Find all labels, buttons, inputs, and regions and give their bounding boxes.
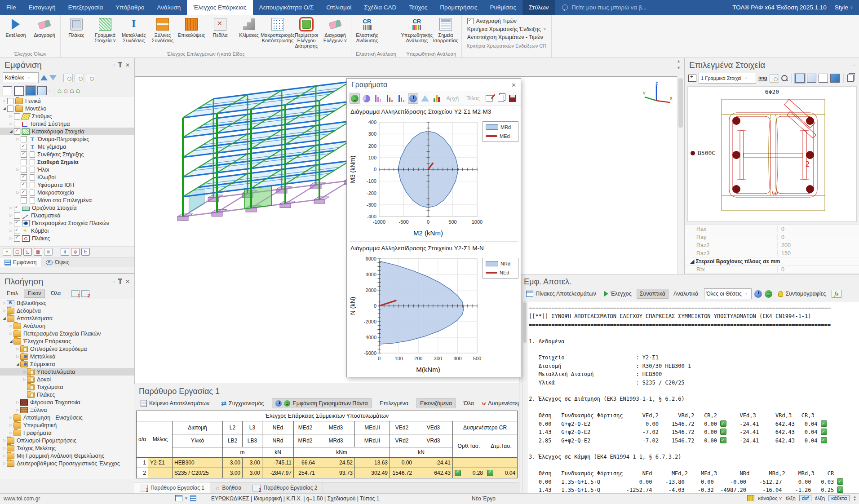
collapse-icon[interactable]: ◂ — [853, 63, 855, 67]
tree-item-μη-γραμμική-ανάλυση-θεμελίωσης[interactable]: ▷Μη Γραμμική Ανάλυση Θεμελίωσης — [0, 452, 134, 460]
angle-icon[interactable]: ψ — [71, 248, 80, 256]
expander-icon[interactable]: ▷ — [9, 213, 13, 217]
work-button-συγχρονισμός[interactable]: ⇄Συγχρονισμός — [217, 398, 267, 409]
ribbon-button-σημεία-ισορροπίας[interactable]: Σημεία Ισορροπίας — [432, 16, 460, 43]
scroll-down-icon[interactable]: ▼ — [853, 498, 856, 501]
select-rect-icon[interactable]: ▢ — [13, 248, 22, 256]
snap-toggle-dxf[interactable]: dxf — [799, 495, 811, 501]
website-link[interactable]: www.tol.com.gr — [4, 495, 40, 502]
menu-tab-11[interactable]: Ρυθμίσεις — [483, 0, 522, 15]
checkbox-icon[interactable] — [7, 106, 13, 112]
menu-tab-9[interactable]: Τεύχος — [403, 0, 434, 15]
scroll-up-icon[interactable]: ▲ — [853, 495, 856, 498]
copy-icon[interactable] — [847, 75, 854, 82]
tree-item-κόμβοι[interactable]: ▷Κόμβοι — [0, 227, 134, 234]
save-icon[interactable] — [508, 93, 518, 104]
checkbox-icon[interactable] — [14, 235, 20, 242]
ribbon-button-γραμμικά-στοιχεία[interactable]: Γραμμικά Στοιχεία ˅ — [91, 16, 119, 43]
tree-item-πλάκες[interactable]: Πλάκες — [0, 391, 134, 398]
tree-item-πλάκες[interactable]: ▷Πλάκες — [0, 234, 134, 242]
view-cube-2-icon[interactable] — [807, 74, 816, 83]
menu-tab-1[interactable]: Εισαγωγή — [22, 0, 62, 15]
ribbon-button-επικαλύψεις[interactable]: Επικαλύψεις — [177, 16, 205, 38]
checkbox-icon[interactable] — [21, 136, 27, 142]
list-icon[interactable] — [190, 495, 196, 501]
tree-item-υπερωθητική[interactable]: ▷Υπερωθητική — [0, 421, 134, 429]
expander-icon[interactable]: ▷ — [9, 416, 13, 420]
results-button-έλεγχος[interactable]: Έλεγχος — [601, 289, 635, 299]
globe-chart-icon[interactable] — [350, 93, 360, 104]
ribbon-button-διαγραφή[interactable]: Διαγραφή — [31, 16, 58, 38]
clock-chart-icon[interactable] — [408, 93, 418, 104]
ribbon-option-κριτήρια-χρωματικής-ένδειξης[interactable]: Κριτήρια Χρωματικής Ένδειξης˅ — [467, 26, 546, 32]
results-text-area[interactable]: ========================================… — [522, 301, 859, 500]
expander-icon[interactable]: ▷ — [2, 461, 7, 465]
expander-icon[interactable]: ▷ — [9, 229, 13, 233]
work-button-εικονιζόμενα[interactable]: Εικονιζόμενα — [416, 398, 456, 408]
tree-item-μόνο-στα-επιλεγμένα[interactable]: Μόνο στα Επιλεγμένα — [0, 196, 134, 204]
start-button[interactable]: Αρχή — [443, 93, 462, 104]
render-frame-icon[interactable]: ⌂ — [58, 87, 62, 94]
zoom-window-icon[interactable] — [63, 74, 73, 82]
tree-item-σύμμεικτα[interactable]: ◢Σύμμεικτα — [0, 360, 134, 368]
tree-item-κατακόρυφα-στοιχεία[interactable]: ◢Κατακόρυφα Στοιχεία — [0, 128, 134, 135]
expander-icon[interactable]: ▷ — [9, 221, 13, 225]
checkbox-icon[interactable] — [14, 205, 20, 211]
close-icon[interactable]: ✕ — [125, 279, 130, 285]
close-icon[interactable]: ✕ — [511, 82, 516, 88]
ribbon-button-κλίμακες[interactable]: Κλίμακες — [235, 16, 263, 38]
zoom-extents-icon[interactable] — [75, 74, 84, 82]
tree-item-γενικά[interactable]: ▷Γενικά — [0, 97, 134, 105]
checkbox-icon[interactable] — [21, 174, 27, 181]
tree-item-υποστυλώματα[interactable]: ▷Υποστυλώματα — [0, 368, 134, 376]
bar-chart-red-icon[interactable] — [385, 93, 395, 104]
ribbon-button-πεδίλα[interactable]: Πεδίλα — [206, 16, 234, 38]
tree-item-μακροστοιχεία[interactable]: ▷Μακροστοιχεία — [0, 189, 134, 196]
menu-tab-7[interactable]: Οπλισμοί — [320, 0, 358, 15]
ribbon-button-περίμετροι-ελέγχου-διάτρησης[interactable]: Περίμετροι Ελέγχου Διάτρησης — [292, 16, 320, 49]
tree-item-υφάσματα-ιοπ[interactable]: Υφάσματα ΙΟΠ — [0, 181, 134, 189]
property-row-raz2[interactable]: Raz2200 — [685, 241, 859, 249]
search-box[interactable]: Πείτε μου πως μπορώ να β... — [555, 0, 654, 15]
checkbox-icon[interactable] — [14, 228, 20, 234]
expander-icon[interactable]: ▷ — [2, 438, 7, 442]
ribbon-option-αναγραφή-τιμών[interactable]: Αναγραφή Τιμών — [467, 18, 546, 24]
expander-icon[interactable]: ▷ — [15, 137, 20, 141]
tab-views[interactable]: Όψεις — [41, 257, 74, 267]
tree-item-τεύχος-μελέτης[interactable]: ▷Τεύχος Μελέτης — [0, 444, 134, 452]
snap-toggle-κάναβος[interactable]: κάναβος ˅ — [758, 495, 782, 501]
ribbon-button-διαγραφή-ελέγχων[interactable]: Διαγραφή Ελέγχων ˅ — [321, 16, 349, 43]
elements-icon[interactable]: E — [81, 248, 90, 256]
ribbon-button-υπερωθητικής-ανάλυσης[interactable]: CRΥπερωθητικής Ανάλυσης — [403, 16, 431, 43]
expander-icon[interactable]: ▷ — [9, 206, 13, 210]
table-row[interactable]: 1Y2-Σ1HEB3003.003.00-745.1166.6424.5213.… — [137, 458, 518, 468]
view-hidden-icon[interactable] — [14, 86, 24, 96]
menu-tab-6[interactable]: Λειτουργικότητα Ο/Σ — [253, 0, 320, 15]
ribbon-button-εκτέλεση[interactable]: Εκτέλεση — [2, 16, 30, 38]
nav-filter-όλα[interactable]: Όλα — [47, 289, 65, 298]
tab-display[interactable]: Εμφάνιση — [0, 257, 41, 267]
results-button-αναλυτικά[interactable]: Αναλυτικά — [670, 289, 701, 299]
expander-icon[interactable]: ▷ — [15, 408, 20, 412]
scroll-arrows[interactable]: ▲▼ — [677, 59, 681, 70]
tree-item-κλωβοί[interactable]: Κλωβοί — [0, 173, 134, 181]
work-button-επιλεγμένα[interactable]: Επιλεγμένα — [376, 398, 412, 408]
tree-item-αποτελέσματα[interactable]: ◢Αποτελέσματα — [0, 314, 134, 322]
checkbox-icon[interactable] — [14, 113, 20, 119]
ribbon-button-ξύλινες-συνδέσεις[interactable]: Ξύλινες Συνδέσεις — [149, 16, 177, 43]
view-cube-1-icon[interactable] — [795, 74, 805, 83]
checkbox-icon[interactable] — [14, 121, 20, 127]
work-button-εμφάνιση-γραφημάτων-πάντα[interactable]: Εμφάνιση Γραφημάτων Πάντα — [272, 398, 371, 408]
property-row-raz3[interactable]: Raz3150 — [685, 249, 859, 257]
expander-icon[interactable]: ▷ — [9, 114, 13, 118]
tree-item-αποτίμηση---ενισχύσεις[interactable]: ▷Αποτίμηση - Ενισχύσεις — [0, 414, 134, 421]
tree-item-δευτεροβάθμιος-προσεγγιστικός-έλεγχος[interactable]: ▷Δευτεροβάθμιος Προσεγγιστικός Έλεγχος — [0, 460, 134, 467]
expander-icon[interactable]: ▷ — [15, 190, 20, 195]
tree-item-μοντέλο[interactable]: ◢Μοντέλο — [0, 105, 134, 112]
checkbox-icon[interactable] — [21, 144, 27, 150]
properties-icon[interactable]: ≣ — [44, 248, 53, 256]
tree-item-ήλοι[interactable]: ▷Ήλοι — [0, 166, 134, 173]
view-cube-4-icon[interactable] — [830, 74, 840, 83]
snap-toggle-έλξη[interactable]: έλξη — [785, 495, 795, 501]
work-button-κείμενο-αποτελεσμάτων[interactable]: Κείμενο Αποτελεσμάτων — [137, 398, 213, 409]
